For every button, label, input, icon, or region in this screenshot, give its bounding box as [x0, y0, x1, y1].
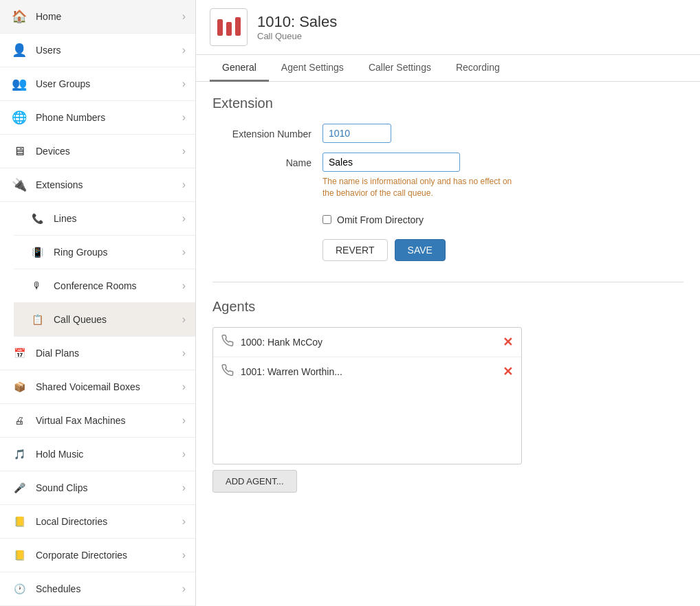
extension-section: Extension Extension Number Name The name…: [212, 96, 683, 261]
sidebar-item-sound-clips[interactable]: 🎤 Sound Clips ›: [0, 471, 195, 505]
call-queues-icon: 📋: [28, 310, 47, 329]
sidebar-item-virtual-fax[interactable]: 🖨 Virtual Fax Machines ›: [0, 404, 195, 438]
omit-directory-row: Omit From Directory: [212, 209, 683, 225]
sidebar-item-phone-numbers[interactable]: 🌐 Phone Numbers ›: [0, 101, 195, 135]
save-button[interactable]: SAVE: [395, 239, 446, 261]
extension-number-row: Extension Number: [212, 124, 683, 143]
sidebar-item-label: Conference Rooms: [54, 280, 182, 291]
extension-number-field-wrap: [322, 124, 683, 143]
lines-icon: 📞: [28, 209, 47, 228]
sidebar-item-label: User Groups: [36, 78, 182, 89]
extensions-icon: 🔌: [10, 175, 29, 194]
svg-rect-0: [217, 19, 223, 36]
chevron-icon: ›: [182, 448, 186, 460]
page-title: 1010: Sales: [257, 13, 337, 31]
sidebar-item-home[interactable]: 🏠 Home ›: [0, 0, 195, 34]
sidebar-item-label: Call Queues: [54, 314, 182, 325]
sidebar-item-label: Extensions: [36, 179, 182, 190]
chevron-icon: ›: [182, 111, 186, 124]
sidebar: 🏠 Home › 👤 Users › 👥 User Groups › 🌐 Pho…: [0, 0, 196, 606]
extension-number-input[interactable]: [322, 124, 391, 143]
sidebar-item-label: Hold Music: [36, 449, 182, 460]
sidebar-item-label: Dial Plans: [36, 348, 182, 359]
sidebar-item-label: Home: [36, 11, 182, 22]
omit-checkbox-row: Omit From Directory: [322, 214, 683, 225]
page-icon: [210, 8, 248, 46]
sidebar-item-users[interactable]: 👤 Users ›: [0, 34, 195, 67]
ring-groups-icon: 📳: [28, 243, 47, 262]
user-groups-icon: 👥: [10, 74, 29, 93]
sidebar-item-label: Sound Clips: [36, 482, 182, 493]
sidebar-item-label: Corporate Directories: [36, 550, 182, 561]
agent-name: 1001: Warren Worthin...: [241, 366, 503, 377]
sidebar-item-label: Users: [36, 45, 182, 56]
local-directories-icon: 📒: [10, 512, 29, 531]
page-subtitle: Call Queue: [257, 31, 337, 41]
chevron-icon: ›: [182, 212, 186, 225]
hold-music-icon: 🎵: [10, 445, 29, 464]
call-queue-icon-svg: [215, 14, 243, 41]
chevron-icon: ›: [182, 414, 186, 427]
conference-rooms-icon: 🎙: [28, 276, 47, 295]
agent-name: 1000: Hank McCoy: [241, 337, 503, 348]
page-header: 1010: Sales Call Queue: [196, 0, 700, 55]
chevron-icon: ›: [182, 280, 186, 292]
tab-caller-settings[interactable]: Caller Settings: [356, 55, 444, 82]
name-input[interactable]: [322, 153, 460, 172]
omit-directory-wrap: Omit From Directory: [322, 209, 683, 225]
add-agent-button[interactable]: ADD AGENT...: [212, 470, 297, 493]
sidebar-item-corporate-directories[interactable]: 📒 Corporate Directories ›: [0, 539, 195, 572]
sidebar-item-label: Local Directories: [36, 516, 182, 527]
table-row: 1000: Hank McCoy ✕: [213, 328, 521, 357]
tab-recording[interactable]: Recording: [444, 55, 512, 82]
extension-section-title: Extension: [212, 96, 683, 111]
section-divider: [212, 282, 683, 282]
chevron-icon: ›: [182, 78, 186, 90]
name-label: Name: [212, 153, 322, 168]
extension-number-label: Extension Number: [212, 124, 322, 139]
sidebar-item-hold-music[interactable]: 🎵 Hold Music ›: [0, 438, 195, 471]
dial-plans-icon: 📅: [10, 344, 29, 363]
agent-remove-button[interactable]: ✕: [503, 335, 513, 350]
chevron-icon: ›: [182, 583, 186, 595]
sidebar-item-local-directories[interactable]: 📒 Local Directories ›: [0, 505, 195, 539]
sidebar-item-schedules[interactable]: 🕐 Schedules ›: [0, 572, 195, 606]
chevron-icon: ›: [182, 179, 186, 191]
chevron-icon: ›: [182, 347, 186, 359]
chevron-icon: ›: [182, 381, 186, 393]
agent-remove-button[interactable]: ✕: [503, 364, 513, 379]
corporate-directories-icon: 📒: [10, 546, 29, 565]
buttons-wrap: REVERT SAVE: [322, 235, 683, 261]
sidebar-item-user-groups[interactable]: 👥 User Groups ›: [0, 67, 195, 101]
sidebar-item-extensions[interactable]: 🔌 Extensions ›: [0, 168, 195, 202]
sidebar-item-dial-plans[interactable]: 📅 Dial Plans ›: [0, 337, 195, 370]
chevron-icon: ›: [182, 246, 186, 258]
agents-section: Agents 1000: Hank McCoy ✕: [212, 299, 683, 493]
chevron-icon: ›: [182, 549, 186, 561]
shared-voicemail-icon: 📦: [10, 377, 29, 396]
omit-from-directory-checkbox[interactable]: [322, 215, 331, 224]
sidebar-item-label: Schedules: [36, 583, 182, 594]
sidebar-item-shared-voicemail[interactable]: 📦 Shared Voicemail Boxes ›: [0, 370, 195, 404]
omit-label-spacer: [212, 209, 322, 214]
sound-clips-icon: 🎤: [10, 478, 29, 497]
sidebar-item-lines[interactable]: 📞 Lines ›: [14, 202, 195, 236]
tab-general[interactable]: General: [210, 55, 269, 82]
extension-buttons: REVERT SAVE: [322, 239, 683, 261]
sidebar-item-devices[interactable]: 🖥 Devices ›: [0, 135, 195, 168]
tab-agent-settings[interactable]: Agent Settings: [269, 55, 356, 82]
sidebar-item-label: Devices: [36, 146, 182, 157]
sidebar-item-label: Virtual Fax Machines: [36, 415, 182, 426]
agents-list: 1000: Hank McCoy ✕ 1001: Warren Worthin.…: [212, 327, 522, 464]
schedules-icon: 🕐: [10, 579, 29, 598]
sidebar-item-label: Lines: [54, 213, 182, 224]
sidebar-item-label: Phone Numbers: [36, 112, 182, 123]
main-content: 1010: Sales Call Queue General Agent Set…: [196, 0, 700, 606]
sidebar-item-conference-rooms[interactable]: 🎙 Conference Rooms ›: [14, 269, 195, 303]
chevron-icon: ›: [182, 44, 186, 56]
sidebar-item-call-queues[interactable]: 📋 Call Queues ›: [14, 303, 195, 337]
chevron-icon: ›: [182, 10, 186, 23]
page-title-area: 1010: Sales Call Queue: [257, 13, 337, 41]
sidebar-item-ring-groups[interactable]: 📳 Ring Groups ›: [14, 236, 195, 269]
revert-button[interactable]: REVERT: [322, 239, 388, 261]
